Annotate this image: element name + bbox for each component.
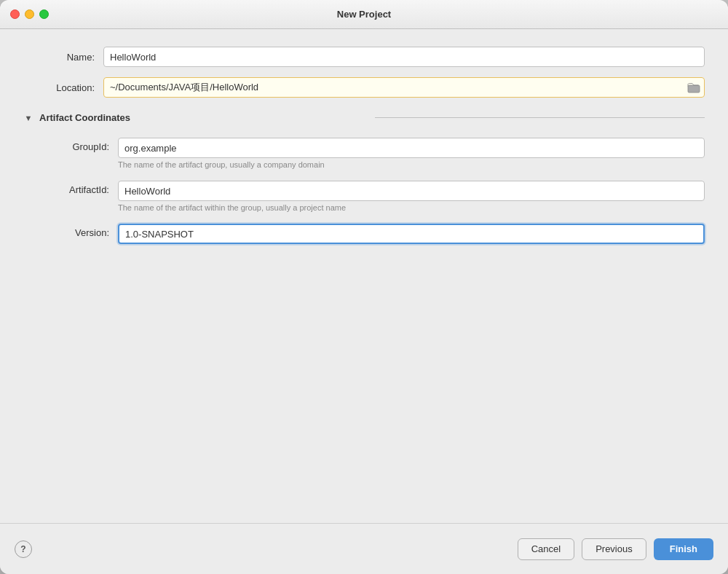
artifact-inner-form: GroupId: The name of the artifact group,… xyxy=(23,138,705,248)
title-bar: New Project xyxy=(0,0,728,29)
minimize-button[interactable] xyxy=(25,9,34,19)
dialog-content: Name: Location: ▼ Artifact Coordinates xyxy=(0,29,728,523)
section-divider xyxy=(375,117,705,118)
new-project-dialog: New Project Name: Location: ▼ xyxy=(0,0,728,574)
artifact-id-label: ArtifactId: xyxy=(38,181,118,195)
group-id-field-group: The name of the artifact group, usually … xyxy=(118,138,705,176)
previous-button[interactable]: Previous xyxy=(582,538,646,560)
traffic-lights xyxy=(10,9,49,19)
group-id-row: GroupId: The name of the artifact group,… xyxy=(38,138,705,176)
group-id-label: GroupId: xyxy=(38,138,118,152)
artifact-id-field-group: The name of the artifact within the grou… xyxy=(118,181,705,219)
version-label: Version: xyxy=(38,224,118,238)
browse-folder-button[interactable] xyxy=(687,82,700,93)
section-toggle-icon[interactable]: ▼ xyxy=(23,113,33,123)
group-id-input[interactable] xyxy=(118,138,705,158)
bottom-right-buttons: Cancel Previous Finish xyxy=(518,538,713,560)
close-button[interactable] xyxy=(10,9,20,19)
name-input[interactable] xyxy=(103,47,705,67)
location-input[interactable] xyxy=(103,77,705,98)
version-input[interactable] xyxy=(118,224,705,244)
artifact-id-row: ArtifactId: The name of the artifact wit… xyxy=(38,181,705,219)
name-label: Name: xyxy=(23,52,103,63)
artifact-section-header: ▼ Artifact Coordinates xyxy=(23,112,705,123)
cancel-button[interactable]: Cancel xyxy=(518,538,574,560)
help-button[interactable]: ? xyxy=(15,540,32,558)
finish-button[interactable]: Finish xyxy=(654,538,713,560)
group-id-hint: The name of the artifact group, usually … xyxy=(118,160,705,169)
bottom-bar: ? Cancel Previous Finish xyxy=(0,523,728,574)
version-field-group xyxy=(118,224,705,244)
name-row: Name: xyxy=(23,47,705,67)
artifact-section-title: Artifact Coordinates xyxy=(39,112,369,123)
maximize-button[interactable] xyxy=(39,9,49,19)
window-title: New Project xyxy=(337,9,391,20)
artifact-id-input[interactable] xyxy=(118,181,705,201)
artifact-id-hint: The name of the artifact within the grou… xyxy=(118,203,705,212)
location-row: Location: xyxy=(23,77,705,98)
version-row: Version: xyxy=(38,224,705,244)
svg-rect-0 xyxy=(688,85,700,93)
location-wrapper xyxy=(103,77,705,98)
location-label: Location: xyxy=(23,82,103,93)
